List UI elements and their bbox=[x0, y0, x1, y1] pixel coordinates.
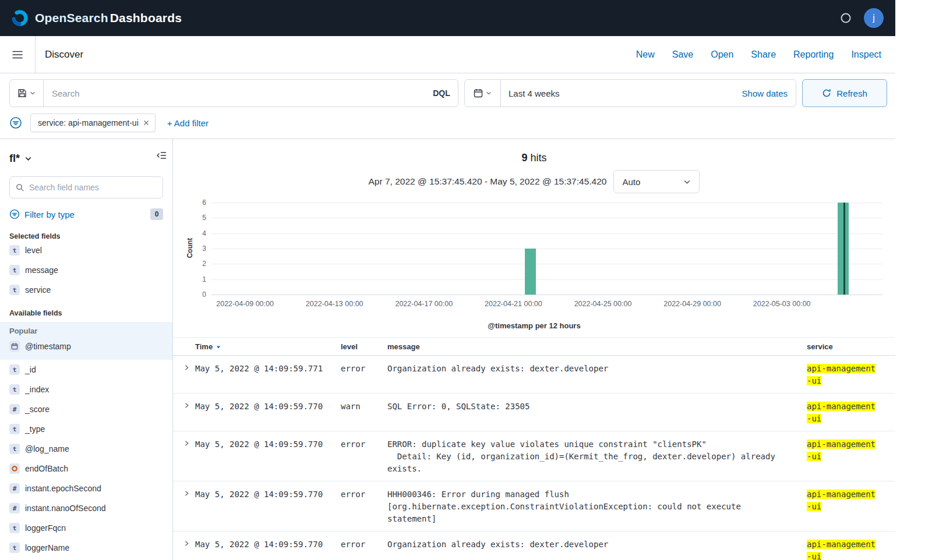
string-type-icon: t bbox=[9, 384, 20, 395]
show-dates-link[interactable]: Show dates bbox=[742, 88, 796, 98]
filter-by-type-label: Filter by type bbox=[24, 210, 75, 219]
nav-action-share[interactable]: Share bbox=[751, 49, 776, 60]
expand-row-button[interactable] bbox=[178, 431, 195, 481]
browser-viewport: OpenSearchDashboards j Discover NewSaveO… bbox=[0, 0, 932, 560]
field-item-loggerFqcn[interactable]: tloggerFqcn bbox=[9, 518, 163, 538]
menu-icon[interactable] bbox=[0, 36, 35, 73]
column-header-service[interactable]: service bbox=[807, 342, 888, 351]
field-item-_type[interactable]: t_type bbox=[9, 419, 163, 439]
column-header-level[interactable]: level bbox=[341, 342, 387, 351]
expand-row-button[interactable] bbox=[178, 394, 195, 431]
cell-level: error bbox=[341, 356, 387, 393]
nav-action-reporting[interactable]: Reporting bbox=[793, 49, 834, 60]
field-item-_id[interactable]: t_id bbox=[9, 360, 163, 380]
cell-message: HHH000346: Error during managed flush [o… bbox=[387, 481, 807, 531]
table-row: May 5, 2022 @ 14:09:59.770errorOrganizat… bbox=[173, 531, 895, 560]
y-tick-label: 6 bbox=[202, 199, 206, 207]
selected-fields-list: tleveltmessagetservice bbox=[9, 240, 163, 300]
collapse-sidebar-icon[interactable] bbox=[156, 151, 167, 162]
filter-by-type-button[interactable]: Filter by type bbox=[9, 209, 75, 219]
search-bar-group: DQL bbox=[9, 79, 458, 107]
nav-action-inspect[interactable]: Inspect bbox=[851, 49, 881, 60]
y-tick-label: 4 bbox=[202, 229, 206, 238]
filter-pill[interactable]: service: api-management-ui bbox=[30, 114, 156, 132]
number-type-icon: # bbox=[9, 503, 20, 513]
index-pattern-name: fl* bbox=[9, 153, 20, 165]
column-header-message[interactable]: message bbox=[387, 342, 807, 351]
highlighted-term: api-management-ui bbox=[807, 364, 875, 385]
x-tick-label: 2022-04-17 00:00 bbox=[395, 300, 453, 308]
cell-service: api-management-ui bbox=[807, 431, 888, 481]
refresh-button[interactable]: Refresh bbox=[802, 79, 887, 107]
expand-chevron-icon bbox=[183, 490, 190, 497]
opensearch-brand[interactable]: OpenSearchDashboards bbox=[10, 9, 182, 27]
popular-heading: Popular bbox=[9, 327, 163, 335]
gridline bbox=[211, 218, 882, 218]
field-item-endOfBatch[interactable]: endOfBatch bbox=[9, 459, 163, 479]
chart-time-range: Apr 7, 2022 @ 15:37:45.420 - May 5, 2022… bbox=[369, 176, 607, 187]
histogram-chart: Count 01234562022-04-09 00:002022-04-13 … bbox=[182, 203, 885, 295]
table-row: May 5, 2022 @ 14:09:59.770warnSQL Error:… bbox=[173, 394, 895, 431]
nav-action-new[interactable]: New bbox=[636, 49, 655, 60]
highlighted-term: api-management-ui bbox=[807, 440, 875, 461]
available-fields-heading: Available fields bbox=[9, 309, 163, 317]
query-language-button[interactable]: DQL bbox=[425, 80, 458, 107]
time-range-value[interactable]: Last 4 weeks bbox=[501, 88, 742, 98]
cell-message: Organization already exists: dexter.deve… bbox=[387, 356, 807, 393]
search-input[interactable] bbox=[44, 80, 425, 107]
filter-icon[interactable] bbox=[9, 116, 22, 129]
remove-filter-icon[interactable] bbox=[143, 118, 149, 127]
app-navbar: Discover NewSaveOpenShareReportingInspec… bbox=[0, 36, 895, 73]
highlighted-term: api-management-ui bbox=[807, 402, 875, 423]
expand-chevron-icon bbox=[183, 364, 190, 371]
field-item-instant.epochSecond[interactable]: #instant.epochSecond bbox=[9, 479, 163, 498]
field-item-service[interactable]: tservice bbox=[9, 280, 163, 300]
column-header-time[interactable]: Time bbox=[195, 342, 341, 351]
saved-query-menu-button[interactable] bbox=[10, 80, 44, 107]
expand-row-button[interactable] bbox=[178, 481, 195, 531]
topbar-right: j bbox=[837, 8, 884, 28]
index-pattern-selector[interactable]: fl* bbox=[9, 153, 32, 165]
cell-service: api-management-ui bbox=[807, 531, 888, 560]
field-search-input[interactable] bbox=[29, 177, 157, 198]
filter-bar: service: api-management-ui + Add filter bbox=[0, 113, 895, 139]
brand-primary: OpenSearch bbox=[35, 11, 108, 24]
cell-level: error bbox=[341, 481, 387, 531]
field-item-_index[interactable]: t_index bbox=[9, 380, 163, 399]
field-item-@log_name[interactable]: t@log_name bbox=[9, 439, 163, 459]
field-item-level[interactable]: tlevel bbox=[9, 240, 163, 260]
string-type-icon: t bbox=[9, 444, 20, 454]
expand-row-button[interactable] bbox=[178, 356, 195, 393]
chevron-down-icon bbox=[683, 178, 691, 186]
table-row: May 5, 2022 @ 14:09:59.770errorERROR: du… bbox=[173, 431, 895, 481]
interval-select[interactable]: Auto bbox=[613, 170, 700, 193]
x-tick-label: 2022-04-25 00:00 bbox=[574, 300, 632, 308]
field-item-loggerName[interactable]: tloggerName bbox=[9, 538, 163, 558]
field-name: loggerName bbox=[25, 543, 69, 552]
field-item-_score[interactable]: #_score bbox=[9, 399, 163, 419]
field-name: instant.nanoOfSecond bbox=[25, 504, 106, 513]
field-name: @log_name bbox=[25, 444, 69, 453]
nav-action-open[interactable]: Open bbox=[711, 49, 733, 60]
selected-fields-heading: Selected fields bbox=[9, 232, 163, 240]
table-header: Time level message service bbox=[173, 337, 895, 356]
sort-desc-icon bbox=[216, 344, 221, 350]
opensearch-logo-icon bbox=[10, 9, 29, 27]
user-avatar[interactable]: j bbox=[864, 8, 884, 28]
table-body: May 5, 2022 @ 14:09:59.771errorOrganizat… bbox=[173, 356, 895, 560]
page-body: fl* Filter by type 0 bbox=[0, 139, 895, 560]
field-item-instant.nanoOfSecond[interactable]: #instant.nanoOfSecond bbox=[9, 498, 163, 518]
histogram-bar[interactable] bbox=[525, 249, 536, 295]
nav-action-save[interactable]: Save bbox=[672, 49, 693, 60]
cell-level: error bbox=[341, 431, 387, 481]
field-item-message[interactable]: tmessage bbox=[9, 260, 163, 280]
date-picker-menu-button[interactable] bbox=[465, 80, 501, 107]
field-item-@timestamp[interactable]: @timestamp bbox=[9, 336, 163, 356]
discover-main: 9 hits Apr 7, 2022 @ 15:37:45.420 - May … bbox=[172, 139, 895, 560]
add-filter-link[interactable]: + Add filter bbox=[167, 118, 209, 128]
expand-row-button[interactable] bbox=[178, 531, 195, 560]
x-tick-label: 2022-04-29 00:00 bbox=[663, 300, 721, 308]
y-tick-label: 1 bbox=[202, 275, 206, 283]
notifications-icon[interactable] bbox=[837, 9, 855, 27]
field-name: _type bbox=[25, 424, 45, 434]
